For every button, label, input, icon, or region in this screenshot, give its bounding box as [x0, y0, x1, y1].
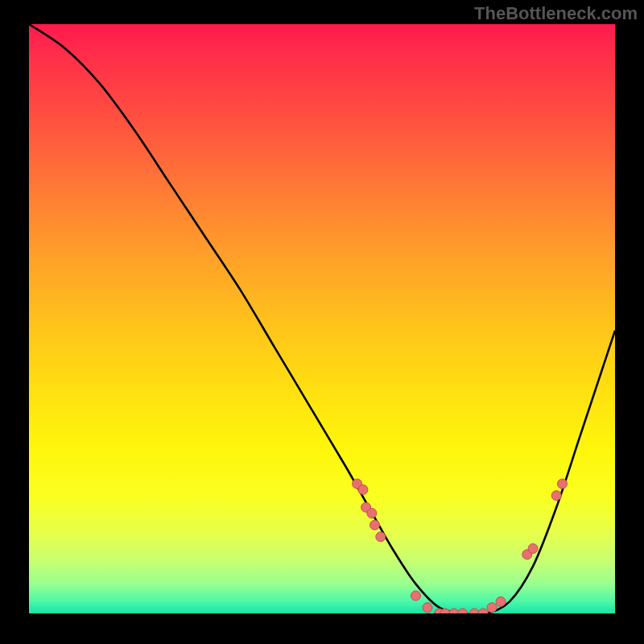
- sample-point: [358, 485, 368, 494]
- watermark-label: TheBottleneck.com: [474, 3, 638, 24]
- sample-point: [449, 609, 459, 613]
- sample-point: [496, 597, 506, 606]
- sample-point: [469, 609, 479, 613]
- sample-point: [370, 520, 380, 530]
- bottleneck-curve: [29, 24, 615, 613]
- plot-svg: [29, 24, 615, 613]
- sample-points-group: [353, 479, 568, 613]
- sample-point: [478, 609, 488, 613]
- sample-point: [411, 591, 420, 601]
- sample-point: [423, 603, 432, 613]
- sample-point: [376, 532, 386, 542]
- sample-point: [557, 479, 567, 489]
- plot-area: [29, 24, 615, 613]
- sample-point: [551, 491, 561, 501]
- sample-point: [367, 509, 377, 518]
- sample-point: [458, 609, 468, 613]
- chart-root: TheBottleneck.com: [0, 0, 644, 644]
- sample-point: [528, 543, 538, 553]
- sample-point: [487, 603, 497, 613]
